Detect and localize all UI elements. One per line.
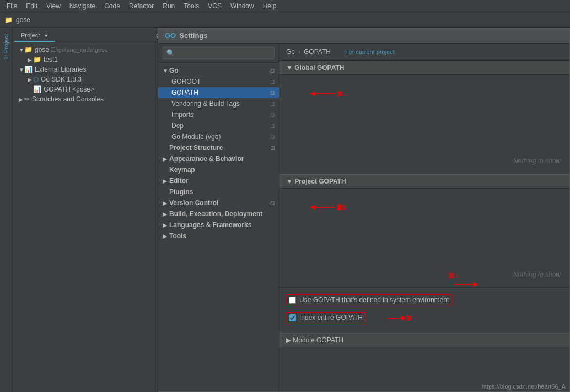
menu-help[interactable]: Help (259, 1, 281, 11)
menu-tools[interactable]: Tools (179, 1, 203, 11)
tree-arrow-extlibs: ▼ (19, 67, 24, 73)
menu-vcs[interactable]: VCS (203, 1, 226, 11)
nav-item-keymap[interactable]: Keymap (158, 164, 279, 175)
nav-imports-label: Imports (171, 111, 193, 119)
settings-nav: ▼ Go ⊡ GOROOT ⊡ GOPATH ⊡ (158, 44, 279, 391)
tab-project[interactable]: Project ▼ (14, 30, 55, 42)
tree-label-scratches: Scratches and Consoles (32, 95, 104, 103)
nav-arrow-build: ▶ (163, 211, 169, 217)
menu-edit[interactable]: Edit (21, 1, 42, 11)
tree-item-gose[interactable]: ▼ 📁 gose E:\golang_code\gose (12, 45, 166, 55)
tree-item-gopath[interactable]: 📊 GOPATH <gose> (12, 84, 166, 94)
nav-vendoring-icon: ⊡ (266, 101, 275, 107)
vtab-project[interactable]: 1: Project (1, 30, 11, 64)
settings-titlebar: GO Settings (158, 28, 569, 44)
svg-text:加：: 加： (405, 315, 418, 321)
use-gopath-label: Use GOPATH that's defined in system envi… (299, 296, 449, 304)
tree-label-gopath-tree: GOPATH <gose> (44, 85, 94, 93)
nav-item-dep[interactable]: Dep ⊡ (158, 120, 279, 131)
nav-arrow-lang: ▶ (163, 222, 169, 228)
svg-text:删3: 删3 (336, 204, 346, 211)
global-gopath-header[interactable]: ▼ Global GOPATH (279, 61, 569, 75)
folder-icon-test1: 📁 (33, 56, 41, 63)
nav-item-goroot[interactable]: GOROOT ⊡ (158, 76, 279, 87)
nav-list: ▼ Go ⊡ GOROOT ⊡ GOPATH ⊡ (158, 63, 279, 391)
menu-view[interactable]: View (42, 1, 65, 11)
project-gopath-label: ▼ Project GOPATH (286, 178, 346, 185)
global-gopath-content: 加： Nothing to show (279, 75, 569, 174)
nav-item-project-structure[interactable]: Project Structure ⊡ (158, 142, 279, 153)
vertical-tab-strip: 1: Project (0, 28, 12, 392)
nav-goroot-icon: ⊡ (266, 79, 275, 85)
gopath-icon: 📊 (33, 85, 41, 93)
nav-arrow-go: ▼ (163, 68, 169, 74)
menu-navigate[interactable]: Navigate (65, 1, 100, 11)
menu-code[interactable]: Code (100, 1, 125, 11)
nav-appearance-label: Appearance & Behavior (169, 155, 244, 163)
nav-item-editor[interactable]: ▶ Editor (158, 175, 279, 186)
nav-item-vendoring[interactable]: Vendoring & Build Tags ⊡ (158, 98, 279, 109)
tree-label-extlibs: External Libraries (35, 66, 86, 73)
project-nothing: Nothing to show (513, 271, 561, 278)
module-gopath-label: ▶ Module GOPATH (286, 336, 343, 344)
tree-item-test1[interactable]: ▶ 📁 test1 (12, 55, 166, 65)
nav-arrow-tools: ▶ (163, 233, 169, 239)
annotation-del-project: 删3 (313, 202, 368, 219)
nav-item-gomodule[interactable]: Go Module (vgo) ⊡ (158, 131, 279, 142)
nav-item-lang[interactable]: ▶ Languages & Frameworks (158, 219, 279, 230)
module-gopath-section[interactable]: ▶ Module GOPATH (279, 333, 569, 347)
project-tab-label: Project (21, 32, 40, 39)
nav-group-go: ▼ Go ⊡ GOROOT ⊡ GOPATH ⊡ (158, 65, 279, 142)
annotation-add-checkbox: 加： (448, 279, 481, 291)
tree-label-test1: test1 (44, 56, 58, 63)
menu-window[interactable]: Window (226, 1, 259, 11)
settings-body: ▼ Go ⊡ GOROOT ⊡ GOPATH ⊡ (158, 44, 569, 391)
nav-item-build[interactable]: ▶ Build, Execution, Deployment (158, 208, 279, 219)
project-gopath-header[interactable]: ▼ Project GOPATH (279, 174, 569, 189)
nav-imports-icon: ⊡ (266, 112, 275, 118)
nav-project-structure-label: Project Structure (169, 144, 223, 152)
index-gopath-row: Index entire GOPATH 加： (286, 312, 365, 323)
global-gopath-section: ▼ Global GOPATH 加： Nothin (279, 61, 569, 174)
index-gopath-label: Index entire GOPATH (299, 314, 363, 321)
annotation-add-index: 加： (387, 313, 431, 324)
panel-header: Go › GOPATH For current project (279, 44, 569, 61)
use-gopath-checkbox[interactable] (289, 297, 296, 304)
scratches-icon: ✏ (24, 95, 30, 103)
tree-item-gosdk[interactable]: ▶ ⬡ Go SDK 1.8.3 (12, 74, 166, 84)
project-dropdown-icon[interactable]: ▼ (44, 33, 49, 39)
project-bar: 📁 gose (0, 12, 570, 28)
for-current-project-link[interactable]: For current project (345, 49, 395, 55)
tree-item-scratches[interactable]: ▶ ✏ Scratches and Consoles (12, 94, 166, 104)
settings-search-area (158, 44, 279, 63)
settings-search-input[interactable] (163, 47, 275, 59)
nav-gomodule-label: Go Module (vgo) (171, 133, 221, 141)
tree-arrow-scratches: ▶ (19, 96, 24, 103)
tree-arrow-gosdk: ▶ (28, 77, 33, 83)
menu-file[interactable]: File (2, 1, 21, 11)
nav-item-plugins[interactable]: Plugins (158, 186, 279, 197)
menu-refactor[interactable]: Refactor (125, 1, 158, 11)
nav-item-appearance[interactable]: ▶ Appearance & Behavior (158, 153, 279, 164)
project-tree: ▼ 📁 gose E:\golang_code\gose ▶ 📁 test1 ▼… (12, 42, 166, 392)
project-gopath-content: 删3 Nothing to show (279, 189, 569, 288)
tree-item-extlibs[interactable]: ▼ 📊 External Libraries (12, 65, 166, 74)
nav-item-tools[interactable]: ▶ Tools (158, 230, 279, 241)
annotation-add-global: 加： (313, 88, 357, 105)
nav-go-icon: ⊡ (266, 68, 275, 74)
breadcrumb-sep: › (298, 48, 300, 56)
nav-gomodule-icon: ⊡ (266, 134, 275, 140)
nav-item-imports[interactable]: Imports ⊡ (158, 109, 279, 120)
svg-text:加：: 加： (448, 272, 460, 279)
menu-run[interactable]: Run (158, 1, 179, 11)
svg-text:加：: 加： (336, 90, 349, 97)
nav-dep-label: Dep (171, 122, 184, 130)
use-gopath-row: Use GOPATH that's defined in system envi… (286, 294, 451, 305)
nav-section-go[interactable]: ▼ Go ⊡ (158, 65, 279, 76)
nav-goroot-label: GOROOT (171, 78, 201, 85)
nav-item-vc[interactable]: ▶ Version Control ⊡ (158, 197, 279, 208)
nav-item-gopath[interactable]: GOPATH ⊡ (158, 87, 279, 98)
nav-vc-icon: ⊡ (266, 200, 275, 206)
panel-checkboxes: 加： Use GOPATH that's defined in system e… (279, 288, 569, 333)
index-gopath-checkbox[interactable] (289, 314, 296, 321)
